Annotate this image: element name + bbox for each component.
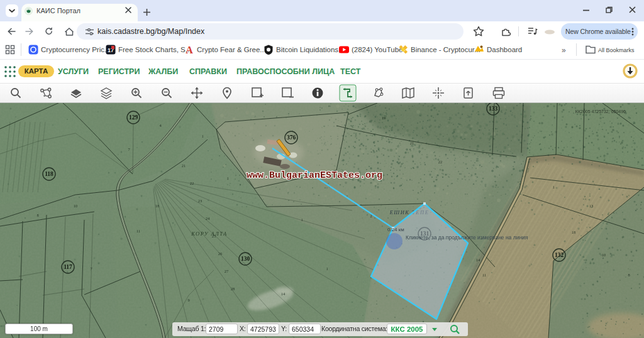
svg-text:Free Stock Charts, S...: Free Stock Charts, S... — [118, 46, 191, 53]
svg-text:133: 133 — [489, 106, 498, 112]
svg-text:Bitcoin Liquidations,...: Bitcoin Liquidations,... — [276, 46, 347, 53]
svg-text:1: 1 — [226, 176, 228, 180]
svg-text:1: 1 — [552, 185, 554, 189]
svg-text:A: A — [186, 45, 193, 55]
svg-text:Cryptocurrency Pric...: Cryptocurrency Pric... — [41, 46, 111, 53]
svg-text:0.24 км: 0.24 км — [387, 227, 404, 232]
svg-text:8: 8 — [36, 213, 38, 217]
svg-text:22: 22 — [190, 181, 194, 185]
svg-text:Crypto Fear & Gree...: Crypto Fear & Gree... — [197, 46, 266, 53]
svg-text:10: 10 — [602, 253, 606, 257]
svg-text:Dashboard: Dashboard — [487, 46, 522, 53]
svg-text:9: 9 — [187, 298, 189, 302]
svg-text:ТЕСТ: ТЕСТ — [340, 67, 361, 76]
svg-text:Binance - Cryptocur...: Binance - Cryptocur... — [411, 46, 480, 53]
svg-text:132: 132 — [555, 252, 564, 258]
svg-text:129: 129 — [129, 114, 138, 121]
svg-text:130: 130 — [241, 256, 250, 262]
svg-text:26: 26 — [218, 251, 223, 256]
svg-text:10: 10 — [74, 204, 78, 208]
svg-text:www.BulgarianESTates.org: www.BulgarianESTates.org — [247, 170, 382, 181]
svg-text:18: 18 — [572, 230, 576, 234]
svg-text:13: 13 — [589, 204, 594, 208]
svg-text:22: 22 — [438, 160, 443, 164]
svg-text:23: 23 — [198, 199, 203, 203]
svg-text:18: 18 — [155, 204, 160, 208]
svg-text:Кликнете, за да продължите изм: Кликнете, за да продължите измерване на … — [406, 234, 528, 241]
svg-text:КОРУ АЛТА: КОРУ АЛТА — [191, 231, 227, 237]
svg-text:117: 117 — [64, 264, 72, 270]
svg-text:11: 11 — [136, 229, 140, 233]
svg-text:11: 11 — [482, 273, 486, 277]
svg-text:КК2005 4725732, 650496: КК2005 4725732, 650496 — [575, 109, 626, 114]
svg-text:14: 14 — [281, 292, 286, 296]
svg-text:1: 1 — [301, 217, 303, 222]
svg-text:14: 14 — [476, 258, 480, 262]
svg-text:ЖАЛБИ: ЖАЛБИ — [148, 67, 178, 76]
svg-text:8: 8 — [628, 273, 630, 277]
svg-text:ПРАВОСПОСОБНИ ЛИЦА: ПРАВОСПОСОБНИ ЛИЦА — [236, 67, 335, 76]
svg-text:118: 118 — [45, 171, 53, 177]
svg-text:РЕГИСТРИ: РЕГИСТРИ — [98, 67, 140, 76]
svg-text:27: 27 — [225, 269, 229, 273]
svg-text:28: 28 — [231, 286, 235, 291]
svg-text:All Bookmarks: All Bookmarks — [598, 47, 635, 53]
svg-text:21: 21 — [182, 163, 186, 168]
svg-text:УСЛУГИ: УСЛУГИ — [58, 67, 89, 76]
svg-text:19: 19 — [382, 116, 386, 120]
svg-text:24: 24 — [206, 216, 210, 221]
svg-text:1: 1 — [326, 266, 328, 271]
svg-text:(2824) YouTube: (2824) YouTube — [352, 46, 402, 53]
svg-text:21: 21 — [410, 141, 414, 145]
svg-text:376: 376 — [287, 134, 296, 141]
svg-text:»: » — [562, 46, 566, 55]
svg-text:1: 1 — [201, 134, 203, 138]
svg-text:СПРАВКИ: СПРАВКИ — [189, 67, 227, 76]
